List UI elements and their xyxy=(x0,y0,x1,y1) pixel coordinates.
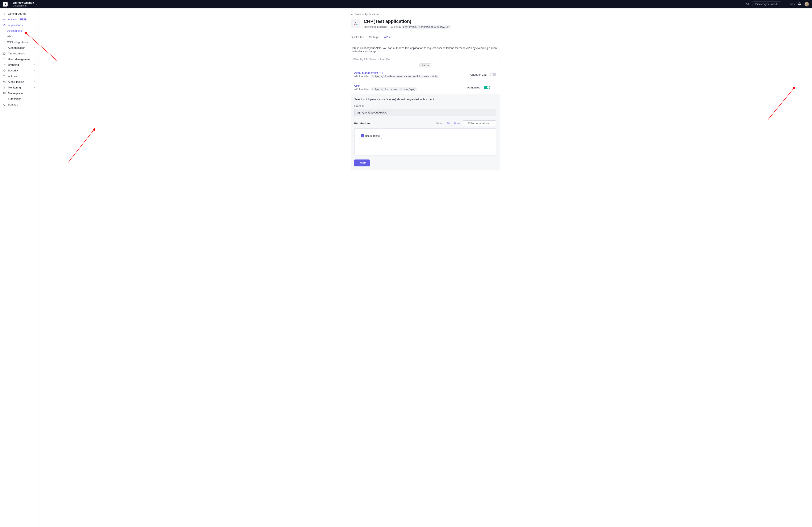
nav-authentication[interactable]: Authentication xyxy=(0,45,38,51)
svg-rect-19 xyxy=(5,94,5,94)
docs-icon xyxy=(784,3,787,6)
select-all-link[interactable]: All xyxy=(447,122,449,125)
svg-line-32 xyxy=(68,128,95,163)
chevron-right-icon xyxy=(33,75,35,78)
nav-user-management[interactable]: User Management xyxy=(0,56,38,62)
svg-point-10 xyxy=(5,76,5,77)
svg-line-26 xyxy=(356,22,357,24)
auth-toggle-mgmt[interactable] xyxy=(490,73,496,76)
nav-getting-started[interactable]: Getting Started xyxy=(0,11,38,17)
checkbox-checked-icon xyxy=(361,134,364,138)
nav-marketplace[interactable]: Marketplace xyxy=(0,90,38,96)
svg-point-20 xyxy=(4,99,5,99)
svg-line-1 xyxy=(748,4,749,5)
nav-activity[interactable]: Activity FIRST xyxy=(0,17,38,22)
activity-icon xyxy=(3,18,6,21)
gear-icon xyxy=(3,103,6,106)
annotation-arrow xyxy=(766,84,799,122)
tenant-switcher[interactable]: chp-dev-tenant-a Development xyxy=(13,1,38,7)
client-id-value[interactable]: cvNFivNGm1Plx4hMw05aSUGvLoWAU14j xyxy=(402,25,451,29)
bar-chart-icon xyxy=(3,86,6,89)
chevron-right-icon xyxy=(33,63,35,67)
svg-rect-17 xyxy=(5,92,5,93)
arrow-left-icon xyxy=(351,13,353,16)
svg-rect-12 xyxy=(5,82,5,83)
sidebar: Getting Started Activity FIRST Applicati… xyxy=(0,9,39,527)
scope-description: Select which permissions (scopes) should… xyxy=(354,98,496,101)
svg-rect-13 xyxy=(3,88,4,88)
permission-users-delete[interactable]: users:delete xyxy=(359,133,382,139)
nav-extensions[interactable]: Extensions xyxy=(0,96,38,102)
grant-id-field[interactable] xyxy=(354,109,496,116)
api-list: Auth0 Management API API Identifier: htt… xyxy=(351,68,500,170)
nav-branding[interactable]: Branding xyxy=(0,62,38,68)
lock-icon xyxy=(3,46,6,49)
select-none-link[interactable]: None xyxy=(454,122,460,125)
svg-line-25 xyxy=(354,22,356,24)
svg-point-22 xyxy=(355,22,356,23)
update-button[interactable]: Update xyxy=(354,159,370,167)
nav-sso[interactable]: SSO Integrations xyxy=(0,39,38,45)
tab-settings[interactable]: Settings xyxy=(369,34,379,41)
nav-settings[interactable]: Settings xyxy=(0,102,38,108)
molecule-icon xyxy=(353,20,359,27)
nav-organizations[interactable]: Organizations xyxy=(0,51,38,56)
user-avatar[interactable] xyxy=(804,2,809,6)
app-type: Machine to Machine xyxy=(364,25,387,28)
permissions-container: users:delete xyxy=(354,128,496,156)
api-row-chp: CHP API Identifier: https://chp.falsepil… xyxy=(351,81,500,94)
svg-rect-11 xyxy=(3,81,4,82)
flow-icon xyxy=(3,75,6,78)
api-name-link[interactable]: CHP xyxy=(354,84,464,87)
notifications-icon[interactable] xyxy=(798,2,801,6)
collapse-icon[interactable] xyxy=(493,86,496,89)
discuss-button[interactable]: Discuss your needs xyxy=(753,1,781,7)
api-identifier: https://chp-dev-tenant-a.us.auth0.com/ap… xyxy=(371,75,439,79)
layers-icon xyxy=(3,24,6,27)
permissions-heading: Permissions xyxy=(354,122,371,125)
chevron-down-icon xyxy=(36,3,38,5)
back-link[interactable]: Back to Applications xyxy=(351,13,500,16)
api-expanded-panel: Select which permissions (scopes) should… xyxy=(351,94,500,170)
tabs: Quick Start Settings APIs xyxy=(351,34,500,41)
first-badge: FIRST xyxy=(19,18,27,21)
chevron-down-icon xyxy=(33,24,35,27)
brush-icon xyxy=(3,63,6,67)
docs-link[interactable]: Docs xyxy=(784,3,795,6)
nav-security[interactable]: Security xyxy=(0,68,38,73)
building-icon xyxy=(3,52,6,55)
auth-status: Authorized xyxy=(467,86,480,89)
svg-line-31 xyxy=(768,87,795,120)
client-id-label: Client ID xyxy=(391,25,401,28)
nav-monitoring[interactable]: Monitoring xyxy=(0,85,38,90)
tenant-name: chp-dev-tenant-a xyxy=(13,1,34,4)
svg-rect-14 xyxy=(4,87,5,88)
auth0-logo[interactable] xyxy=(3,2,8,6)
bolt-icon xyxy=(3,12,6,15)
grant-id-label: Grant ID xyxy=(354,105,496,108)
tab-apis[interactable]: APIs xyxy=(384,34,390,41)
svg-point-9 xyxy=(3,75,4,76)
permission-filter-input[interactable] xyxy=(463,120,496,126)
nav-applications-sub[interactable]: Applications xyxy=(0,28,38,34)
tenant-env: Development xyxy=(13,4,34,7)
users-icon xyxy=(3,58,6,61)
nav-auth-pipeline[interactable]: Auth Pipeline xyxy=(0,79,38,85)
api-description: Here is a list of your APIs. You can aut… xyxy=(351,46,500,53)
api-name-link[interactable]: Auth0 Management API xyxy=(354,71,467,74)
api-filter-input[interactable] xyxy=(351,56,500,63)
shield-icon xyxy=(3,69,6,72)
search-icon[interactable] xyxy=(746,2,749,6)
svg-point-7 xyxy=(4,58,5,59)
tooltip: Activity xyxy=(419,63,431,67)
svg-point-0 xyxy=(747,3,749,5)
svg-rect-2 xyxy=(4,48,5,49)
nav-apis[interactable]: APIs xyxy=(0,34,38,39)
nav-applications[interactable]: Applications xyxy=(0,22,38,28)
nav-actions[interactable]: Actions xyxy=(0,73,38,79)
tab-quick-start[interactable]: Quick Start xyxy=(351,34,364,41)
chevron-right-icon xyxy=(33,86,35,89)
auth-toggle-chp[interactable] xyxy=(484,86,490,89)
app-avatar xyxy=(351,19,360,28)
select-label: Select: xyxy=(436,122,445,125)
